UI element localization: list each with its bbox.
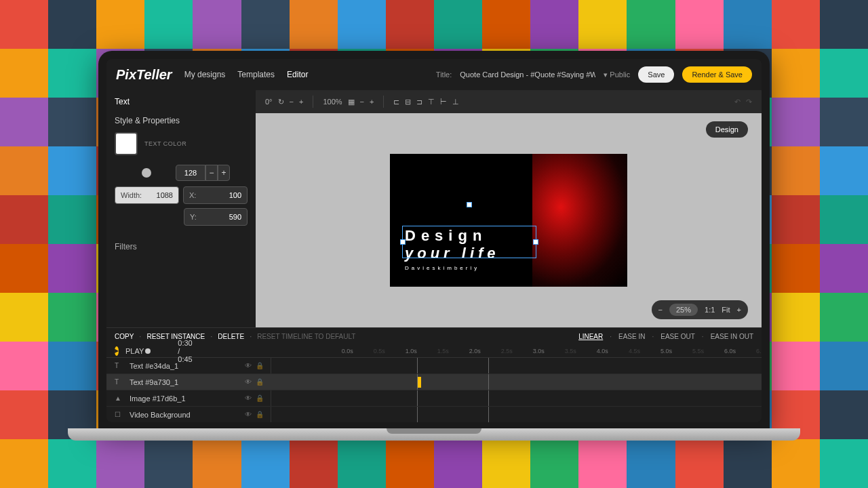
nav-templates[interactable]: Templates xyxy=(237,70,275,79)
track-name: Video Background xyxy=(130,411,245,419)
visibility-icon[interactable]: 👁 xyxy=(245,362,252,369)
app-screen: PixTeller My designs Templates Editor Ti… xyxy=(106,59,762,422)
visibility-icon[interactable]: 👁 xyxy=(245,378,252,386)
sidebar: Text Style & Properties TEXT COLOR − + W… xyxy=(106,90,256,327)
opacity-minus[interactable]: − xyxy=(205,165,218,181)
filters-heading[interactable]: Filters xyxy=(115,242,248,251)
laptop-base xyxy=(68,428,800,441)
ease-in[interactable]: EASE IN xyxy=(618,333,645,340)
text-color-label: TEXT COLOR xyxy=(144,140,186,147)
title-area: Title: Quote Card Design - #Quote #Sayin… xyxy=(436,66,752,83)
topbar: PixTeller My designs Templates Editor Ti… xyxy=(106,59,762,90)
lock-icon[interactable]: 🔒 xyxy=(256,394,264,402)
align-bottom-icon[interactable]: ⊥ xyxy=(452,98,459,106)
artboard-image xyxy=(532,154,627,287)
zoom-percent[interactable]: 25% xyxy=(669,304,698,316)
zoom-fit[interactable]: Fit xyxy=(722,306,730,314)
track-type-icon: ☐ xyxy=(115,411,124,418)
zoom-value: 100% xyxy=(323,98,342,106)
rotate-icon[interactable]: ↻ xyxy=(278,98,284,106)
canvas-toolbar: 0° ↻ − + 100% ▦ − + ⊏ ⊟ ⊐ ⊤ ⊢ ⊥ ↶ ↷ xyxy=(256,90,762,113)
opacity-stepper: − + xyxy=(176,165,230,181)
logo: PixTeller xyxy=(116,67,172,83)
opacity-plus[interactable]: + xyxy=(218,165,230,181)
artboard[interactable]: Design your life Davieskimberly xyxy=(390,154,627,287)
rotate-handle[interactable] xyxy=(467,202,472,207)
copy-action[interactable]: COPY xyxy=(115,333,134,340)
nav-editor[interactable]: Editor xyxy=(287,70,308,79)
sidebar-text-heading: Text xyxy=(115,97,248,106)
title-value[interactable]: Quote Card Design - #Quote #Saying #Word… xyxy=(460,70,595,79)
text-color-swatch[interactable] xyxy=(115,132,138,155)
privacy-dropdown[interactable]: ▾ Public xyxy=(604,70,630,79)
reset-instance-action[interactable]: RESET INSTANCE xyxy=(146,333,205,340)
reset-default-action[interactable]: RESET TIMELINE TO DEFAULT xyxy=(257,333,355,340)
track-name: Text #e34da_1 xyxy=(130,362,245,370)
align-top-icon[interactable]: ⊤ xyxy=(428,98,435,106)
save-button[interactable]: Save xyxy=(638,66,674,83)
ease-inout[interactable]: EASE IN OUT xyxy=(711,333,753,340)
rotate-minus[interactable]: − xyxy=(290,98,294,106)
nav-mydesigns[interactable]: My designs xyxy=(184,70,226,79)
zoom-in[interactable]: + xyxy=(737,306,741,314)
visibility-icon[interactable]: 👁 xyxy=(245,394,252,402)
handle-right[interactable] xyxy=(533,239,538,245)
align-middle-icon[interactable]: ⊢ xyxy=(440,98,447,106)
width-x-row: Width:1088 X:100 xyxy=(115,186,248,204)
align-left-icon[interactable]: ⊏ xyxy=(393,98,399,106)
width-field[interactable]: Width:1088 xyxy=(115,186,179,204)
zoom-control: − 25% 1:1 Fit + xyxy=(652,300,748,319)
track-lane[interactable] xyxy=(271,390,762,406)
zoom-out[interactable]: − xyxy=(658,306,663,314)
redo-icon[interactable]: ↷ xyxy=(746,98,752,106)
title-label: Title: xyxy=(436,70,452,79)
track-lane[interactable] xyxy=(271,407,762,422)
track-1[interactable]: TText #9a730_1👁🔒 xyxy=(106,374,762,390)
track-0[interactable]: TText #e34da_1👁🔒 xyxy=(106,358,762,374)
timeline-actions: COPY· RESET INSTANCE· DELETE· RESET TIME… xyxy=(106,328,762,344)
main: Text Style & Properties TEXT COLOR − + W… xyxy=(106,90,762,327)
track-lane[interactable] xyxy=(271,374,762,390)
track-lane[interactable] xyxy=(271,358,762,373)
lock-icon[interactable]: 🔒 xyxy=(256,411,264,418)
timeline: COPY· RESET INSTANCE· DELETE· RESET TIME… xyxy=(106,327,762,422)
ease-linear[interactable]: LINEAR xyxy=(578,333,603,340)
track-type-icon: T xyxy=(115,378,124,386)
visibility-icon[interactable]: 👁 xyxy=(245,411,252,418)
lock-icon[interactable]: 🔒 xyxy=(256,362,264,369)
timeline-playbar: ▶ PLAY 0:30 / 0:45 0.0s0.5s1.0s1.5s2.0s2… xyxy=(106,344,762,358)
undo-icon[interactable]: ↶ xyxy=(734,98,741,106)
opacity-row: − + xyxy=(115,165,248,181)
y-row: Y:590 xyxy=(115,208,248,226)
track-2[interactable]: ▲Image #17d6b_1👁🔒 xyxy=(106,390,762,407)
easing-options: LINEAR· EASE IN· EASE OUT· EASE IN OUT xyxy=(578,333,753,340)
opacity-slider[interactable] xyxy=(142,168,151,178)
ease-out[interactable]: EASE OUT xyxy=(660,333,695,340)
track-type-icon: T xyxy=(115,362,124,369)
y-field[interactable]: Y:590 xyxy=(184,208,248,226)
zoom-plus[interactable]: + xyxy=(370,98,374,106)
rotate-value: 0° xyxy=(265,98,273,106)
design-tag[interactable]: Design xyxy=(706,121,748,138)
zoom-minus[interactable]: − xyxy=(360,98,364,106)
align-right-icon[interactable]: ⊐ xyxy=(416,98,422,106)
render-button[interactable]: Render & Save xyxy=(682,66,752,83)
canvas-area: 0° ↻ − + 100% ▦ − + ⊏ ⊟ ⊐ ⊤ ⊢ ⊥ ↶ ↷ Desi… xyxy=(256,90,762,327)
rotate-plus[interactable]: + xyxy=(299,98,303,106)
sidebar-style-heading: Style & Properties xyxy=(115,116,248,125)
zoom-11[interactable]: 1:1 xyxy=(705,306,715,314)
timeline-ruler: 0.0s0.5s1.0s1.5s2.0s2.5s3.0s3.5s4.0s4.5s… xyxy=(342,348,762,354)
opacity-input[interactable] xyxy=(176,165,205,181)
grid-icon[interactable]: ▦ xyxy=(348,98,355,106)
play-button[interactable]: ▶ xyxy=(115,346,119,356)
delete-action[interactable]: DELETE xyxy=(218,333,244,340)
track-3[interactable]: ☐Video Background👁🔒 xyxy=(106,407,762,422)
selection-box[interactable] xyxy=(402,226,536,258)
align-center-icon[interactable]: ⊟ xyxy=(405,98,411,106)
lock-icon[interactable]: 🔒 xyxy=(256,378,264,386)
timeline-tracks: TText #e34da_1👁🔒TText #9a730_1👁🔒▲Image #… xyxy=(106,358,762,422)
play-label: PLAY xyxy=(125,347,144,355)
handle-left[interactable] xyxy=(400,239,406,245)
x-field[interactable]: X:100 xyxy=(183,186,248,204)
canvas-viewport[interactable]: Design Design your life Davieskimberly −… xyxy=(256,113,762,327)
